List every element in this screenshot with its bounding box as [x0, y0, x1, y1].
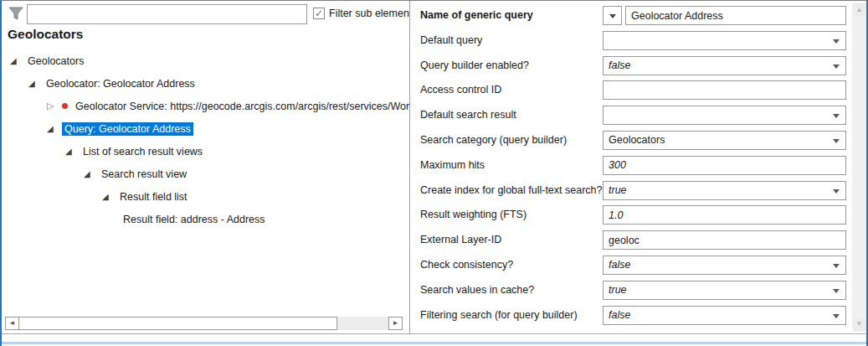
- property-dropdown[interactable]: [603, 31, 846, 50]
- vertical-scrollbar[interactable]: ▲ ▼: [852, 3, 866, 332]
- filter-sub-elements-checkbox[interactable]: ✓: [313, 8, 325, 19]
- chevron-down-icon: [833, 114, 840, 118]
- dropdown-value: false: [609, 59, 630, 71]
- tree-item[interactable]: ◢Geolocator: Geolocator Address: [2, 72, 409, 95]
- property-text-input[interactable]: [603, 230, 846, 250]
- expand-icon[interactable]: ▷: [47, 101, 62, 111]
- property-row: Name of generic query: [410, 4, 852, 29]
- property-row: Result weighting (FTS): [410, 204, 852, 229]
- property-label: Result weighting (FTS): [420, 209, 526, 220]
- scroll-left-icon[interactable]: ◄: [5, 317, 19, 330]
- scroll-up-icon[interactable]: ▲: [853, 3, 865, 17]
- property-label: Access control ID: [420, 84, 501, 96]
- property-control: [603, 80, 846, 100]
- property-control: [603, 156, 846, 175]
- tree-item-label[interactable]: Geolocator: Geolocator Address: [44, 77, 198, 90]
- tree-panel: ✓ Filter sub elements Geolocators ◢Geolo…: [2, 1, 409, 333]
- property-text-input[interactable]: [603, 156, 846, 175]
- chevron-down-icon: [833, 314, 840, 318]
- property-text-input[interactable]: [603, 80, 846, 100]
- property-label: Filtering search (for query builder): [420, 309, 578, 321]
- dropdown-value: true: [609, 284, 627, 296]
- main-content: ✓ Filter sub elements Geolocators ◢Geolo…: [2, 1, 866, 334]
- app-window: { "colors": { "selection": "#0078d7", "w…: [0, 0, 868, 346]
- property-row: Access control ID: [410, 79, 852, 104]
- property-row: Search category (query builder)Geolocato…: [410, 129, 852, 154]
- scroll-down-icon[interactable]: ▼: [853, 318, 865, 331]
- property-control: [603, 31, 846, 50]
- dropdown-value: true: [609, 184, 627, 196]
- scroll-right-icon[interactable]: ►: [388, 317, 403, 330]
- property-text-input[interactable]: [603, 205, 846, 225]
- property-label: Check consistency?: [420, 259, 513, 271]
- filter-checkbox-label: Filter sub elements: [329, 8, 409, 19]
- dropdown-value: false: [609, 309, 630, 321]
- horizontal-scrollbar-track[interactable]: [337, 317, 388, 330]
- expand-collapse-icon[interactable]: ◢: [47, 124, 62, 133]
- property-row: Query builder enabled?false: [410, 54, 852, 80]
- property-text-input[interactable]: [625, 6, 846, 25]
- window-bottom-border: [2, 342, 866, 344]
- property-dropdown[interactable]: true: [603, 181, 846, 200]
- expand-collapse-icon[interactable]: ◢: [65, 147, 80, 156]
- horizontal-scrollbar[interactable]: ◄ ►: [5, 317, 403, 330]
- tree-item-label[interactable]: Geolocators: [25, 54, 86, 68]
- property-row: Filtering search (for query builder)fals…: [410, 304, 852, 329]
- expand-collapse-icon[interactable]: ◢: [10, 56, 25, 65]
- property-label: Search values in cache?: [420, 284, 534, 296]
- tree-item-label[interactable]: List of search result views: [80, 145, 205, 158]
- property-row: Default query: [410, 29, 852, 54]
- name-dropdown-button[interactable]: [603, 6, 622, 25]
- property-dropdown[interactable]: false: [603, 256, 846, 275]
- geolocator-tree: ◢Geolocators◢Geolocator: Geolocator Addr…: [2, 49, 409, 313]
- chevron-down-icon: [609, 14, 616, 18]
- tree-item[interactable]: Result field: address - Address: [2, 208, 409, 230]
- property-dropdown[interactable]: false: [603, 306, 846, 325]
- tree-item-label[interactable]: Search result view: [99, 168, 189, 181]
- tree-item[interactable]: ◢Geolocators: [2, 49, 409, 72]
- tree-item-label[interactable]: Result field list: [117, 190, 190, 204]
- property-control: false: [603, 56, 846, 75]
- chevron-down-icon: [833, 289, 840, 293]
- expand-collapse-icon[interactable]: ◢: [84, 169, 99, 178]
- red-status-dot-icon: [62, 103, 68, 109]
- property-control: [603, 230, 846, 250]
- filter-funnel-icon: [8, 7, 23, 21]
- property-row: Check consistency?false: [410, 254, 852, 279]
- tree-item-label[interactable]: Result field: address - Address: [121, 213, 268, 226]
- property-label: Name of generic query: [420, 9, 533, 21]
- tree-item[interactable]: ◢Search result view: [2, 163, 409, 185]
- property-control: [603, 205, 846, 225]
- property-dropdown[interactable]: true: [603, 281, 846, 300]
- chevron-down-icon: [833, 39, 840, 44]
- tree-item[interactable]: ◢List of search result views: [2, 140, 409, 163]
- property-row: Maximum hits: [410, 154, 852, 179]
- expand-collapse-icon[interactable]: ◢: [102, 192, 117, 201]
- property-label: Search category (query builder): [420, 134, 567, 146]
- chevron-down-icon: [833, 65, 840, 69]
- tree-item[interactable]: ▷Geolocator Service: https://geocode.arc…: [2, 95, 409, 117]
- tree-item[interactable]: ◢Result field list: [2, 185, 409, 208]
- property-label: Maximum hits: [420, 159, 485, 171]
- horizontal-scrollbar-thumb[interactable]: [19, 317, 337, 330]
- property-label: External Layer-ID: [420, 234, 501, 245]
- property-label: Default search result: [420, 109, 516, 121]
- property-row: External Layer-ID: [410, 229, 852, 254]
- filter-input[interactable]: [27, 4, 307, 24]
- tree-item-label[interactable]: Geolocator Service: https://geocode.arcg…: [73, 100, 409, 113]
- property-control: Geolocators: [603, 131, 846, 150]
- filter-row: ✓ Filter sub elements: [2, 1, 409, 28]
- property-dropdown[interactable]: [603, 106, 846, 125]
- chevron-down-icon: [833, 139, 840, 143]
- property-dropdown[interactable]: false: [603, 56, 846, 75]
- dropdown-value: false: [609, 259, 630, 271]
- tree-item[interactable]: ◢Query: Geolocator Address: [2, 117, 409, 140]
- property-panel: Name of generic queryDefault queryQuery …: [410, 1, 852, 333]
- property-row: Default search result: [410, 104, 852, 129]
- tree-item-label[interactable]: Query: Geolocator Address: [62, 122, 193, 136]
- expand-collapse-icon[interactable]: ◢: [28, 79, 44, 88]
- property-label: Default query: [420, 34, 482, 46]
- property-control: false: [603, 256, 846, 275]
- dropdown-value: Geolocators: [609, 134, 665, 146]
- property-dropdown[interactable]: Geolocators: [603, 131, 846, 150]
